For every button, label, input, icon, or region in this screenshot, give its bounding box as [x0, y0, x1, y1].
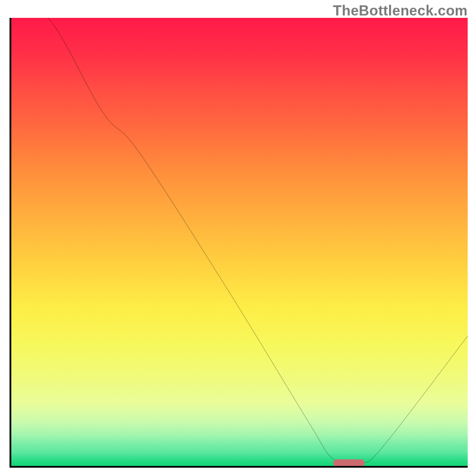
- optimum-marker: [333, 459, 365, 466]
- bottleneck-curve: [11, 18, 468, 466]
- chart-canvas: TheBottleneck.com: [0, 0, 476, 476]
- watermark-text: TheBottleneck.com: [333, 2, 468, 19]
- plot-area: [10, 18, 468, 468]
